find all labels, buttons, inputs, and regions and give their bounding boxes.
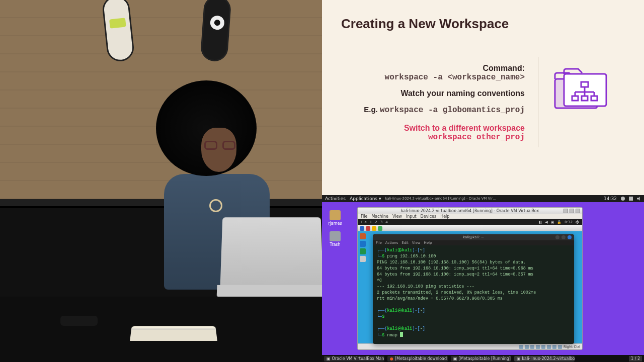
- dock-icon[interactable]: [360, 256, 366, 262]
- term-menu-edit[interactable]: Edit: [401, 241, 409, 245]
- minimize-button[interactable]: [564, 209, 568, 213]
- power-icon[interactable]: [621, 197, 625, 201]
- trash-icon[interactable]: Trash: [328, 231, 342, 247]
- close-button[interactable]: [576, 209, 580, 213]
- gnome-taskbar: ▣Oracle VM VirtualBox Manager ●[Metasplo…: [322, 355, 644, 362]
- kali-topbar-item[interactable]: 3: [380, 220, 382, 224]
- kali-topbar-item[interactable]: 1: [370, 220, 372, 224]
- activities-button[interactable]: Activities: [325, 196, 346, 201]
- example-label: E.g.: [364, 105, 378, 114]
- quicklaunch-icon[interactable]: [372, 226, 376, 231]
- taskbar-item[interactable]: ▣kali-linux-2024.2-virtualbox-amd64…: [514, 356, 575, 361]
- gnome-desktop: Activities Applications ▾ kali-linux-202…: [322, 195, 644, 362]
- laptop: [220, 217, 322, 287]
- applications-menu[interactable]: Applications ▾: [350, 196, 381, 201]
- slide-title: Creating a New Workspace: [341, 16, 624, 32]
- menu-file[interactable]: File: [361, 214, 367, 219]
- status-icon[interactable]: [530, 345, 534, 349]
- example-row: E.g. workspace -a globomantics_proj: [341, 105, 525, 115]
- kali-topbar-item[interactable]: 4: [385, 220, 387, 224]
- vbox-statusbar: Right Ctrl: [358, 343, 582, 349]
- maximize-button[interactable]: [570, 209, 574, 213]
- open-book: [130, 326, 217, 341]
- instruction-slide: Creating a New Workspace Command: worksp…: [322, 0, 644, 195]
- terminal-titlebar[interactable]: kali@kali: ~: [373, 234, 574, 240]
- vbox-title-text: kali-linux-2024.2-virtualbox-amd64 [Runn…: [401, 209, 539, 213]
- example-command: workspace -a globomantics_proj: [380, 106, 525, 115]
- workspace-switcher[interactable]: 1 / 2: [629, 356, 642, 361]
- term-menu-view[interactable]: View: [412, 241, 421, 245]
- dock-icon[interactable]: [360, 248, 366, 254]
- smartphone: [60, 316, 98, 326]
- term-menu-help[interactable]: Help: [424, 241, 432, 245]
- status-icon[interactable]: [541, 345, 545, 349]
- slide-text-column: Command: workspace -a <workspace_name> W…: [341, 60, 538, 147]
- kali-tray-icon[interactable]: 🔒: [557, 220, 561, 224]
- status-icon[interactable]: [547, 345, 551, 349]
- topbar-clock[interactable]: 14:32: [604, 196, 617, 201]
- status-icon[interactable]: [519, 345, 523, 349]
- terminal-menubar: File Actions Edit View Help: [373, 240, 574, 245]
- kali-tray-icon[interactable]: ◧: [539, 220, 542, 224]
- kali-clock[interactable]: 0:32: [565, 220, 573, 224]
- status-icon[interactable]: [552, 345, 556, 349]
- guest-display: File 1 2 3 4 ◧ ◀ ▣ 🔒 0:32 ⏻: [358, 219, 582, 343]
- terminal-minimize[interactable]: [555, 235, 559, 239]
- quicklaunch-icon[interactable]: [360, 226, 364, 231]
- kali-tray-icon[interactable]: ▣: [551, 220, 554, 224]
- virtualbox-window[interactable]: kali-linux-2024.2-virtualbox-amd64 [Runn…: [357, 207, 583, 350]
- menu-view[interactable]: View: [392, 214, 402, 219]
- status-icon[interactable]: [525, 345, 529, 349]
- terminal-output[interactable]: ┌──(kali㉿kali)-[~] └─$ ping 192.168.10.1…: [373, 245, 574, 344]
- terminal-title: kali@kali: ~: [463, 235, 484, 239]
- quicklaunch-icon[interactable]: [378, 226, 382, 231]
- menu-devices[interactable]: Devices: [421, 214, 437, 219]
- status-icon[interactable]: [536, 345, 540, 349]
- menu-input[interactable]: Input: [406, 214, 417, 219]
- taskbar-item[interactable]: ●[Metasploitable download | SourceF…: [387, 356, 448, 361]
- vbox-menubar: File Machine View Input Devices Help: [358, 214, 582, 219]
- dock-icon[interactable]: [360, 233, 366, 239]
- switch-command: workspace other_proj: [341, 133, 525, 142]
- terminal-window[interactable]: kali@kali: ~ File Actions Edit View Help…: [373, 234, 574, 344]
- network-icon[interactable]: [629, 197, 633, 201]
- naming-warning: Watch your naming conventions: [341, 89, 525, 98]
- home-folder-icon[interactable]: rjames: [328, 210, 342, 226]
- terminal-maximize[interactable]: [561, 235, 566, 239]
- skateboard-deco: [200, 0, 232, 62]
- kali-quicklaunch: [358, 225, 582, 231]
- volume-icon[interactable]: [637, 197, 641, 201]
- term-menu-file[interactable]: File: [376, 241, 382, 245]
- menu-help[interactable]: Help: [440, 214, 449, 219]
- terminal-close[interactable]: [568, 235, 572, 239]
- command-syntax: workspace -a <workspace_name>: [341, 73, 525, 82]
- taskbar-item[interactable]: ▣[Metasploitable [Running] - Oracle …: [451, 356, 511, 361]
- switch-heading: Switch to a different workspace: [341, 124, 525, 133]
- status-hostkey: Right Ctrl: [564, 345, 580, 349]
- kali-topbar-item[interactable]: File: [361, 220, 367, 224]
- vbox-titlebar[interactable]: kali-linux-2024.2-virtualbox-amd64 [Runn…: [358, 208, 582, 214]
- kali-topbar-item[interactable]: 2: [375, 220, 377, 224]
- kali-power-icon[interactable]: ⏻: [576, 220, 579, 224]
- dock-icon[interactable]: [360, 241, 366, 247]
- workspace-folder-icon: [551, 65, 611, 117]
- topbar-vm-indicator[interactable]: kali-linux-2024.2-virtualbox-amd64 [Runn…: [385, 197, 496, 201]
- term-menu-actions[interactable]: Actions: [385, 241, 398, 245]
- taskbar-item[interactable]: ▣Oracle VM VirtualBox Manager: [324, 356, 384, 361]
- kali-dock: [359, 232, 367, 342]
- quicklaunch-icon[interactable]: [366, 226, 370, 231]
- command-label: Command:: [341, 64, 525, 73]
- kali-topbar: File 1 2 3 4 ◧ ◀ ▣ 🔒 0:32 ⏻: [358, 219, 582, 225]
- status-icon[interactable]: [558, 345, 562, 349]
- gnome-topbar: Activities Applications ▾ kali-linux-202…: [322, 195, 644, 202]
- hero-photo: [0, 0, 322, 362]
- menu-machine[interactable]: Machine: [371, 214, 388, 219]
- kali-tray-icon[interactable]: ◀: [545, 220, 547, 224]
